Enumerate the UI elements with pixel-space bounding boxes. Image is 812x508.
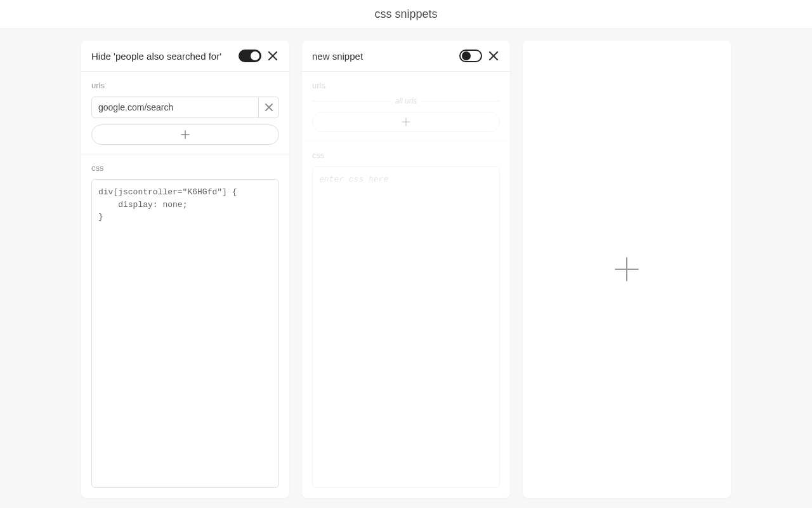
css-section: css (302, 142, 510, 498)
snippet-title[interactable]: Hide 'people also searched for' (91, 51, 233, 62)
snippet-header: Hide 'people also searched for' (81, 41, 289, 72)
close-icon (267, 50, 278, 62)
app-header: css snippets (0, 0, 812, 29)
app-title: css snippets (0, 8, 812, 21)
close-icon (265, 103, 273, 112)
url-input[interactable] (91, 97, 259, 118)
css-textarea[interactable] (312, 166, 500, 488)
close-icon (488, 50, 499, 62)
plus-icon (612, 254, 642, 284)
urls-section: urls (81, 72, 289, 154)
snippet-card: new snippet urls all urls css (302, 41, 510, 498)
add-url-button[interactable] (91, 124, 279, 145)
urls-label: urls (91, 81, 279, 90)
remove-url-button[interactable] (259, 97, 279, 118)
all-urls-divider: all urls (312, 97, 500, 105)
add-snippet-button[interactable] (523, 41, 731, 498)
add-url-button[interactable] (312, 112, 500, 132)
css-section: css (81, 154, 289, 498)
urls-label: urls (312, 81, 500, 90)
toggle-knob (462, 51, 471, 60)
plus-icon (401, 117, 411, 127)
snippet-title[interactable]: new snippet (312, 51, 454, 62)
snippet-header: new snippet (302, 41, 510, 72)
delete-snippet-button[interactable] (487, 50, 500, 62)
urls-section: urls all urls (302, 72, 510, 142)
snippets-container: Hide 'people also searched for' urls css (0, 29, 812, 508)
css-label: css (312, 150, 500, 160)
css-label: css (91, 163, 279, 173)
toggle-knob (251, 51, 259, 60)
delete-snippet-button[interactable] (266, 50, 279, 62)
plus-icon (180, 130, 190, 140)
snippet-card: Hide 'people also searched for' urls css (81, 41, 289, 498)
snippet-toggle[interactable] (239, 50, 261, 62)
snippet-toggle[interactable] (459, 50, 482, 62)
css-textarea[interactable] (91, 179, 279, 488)
url-row (91, 97, 279, 118)
